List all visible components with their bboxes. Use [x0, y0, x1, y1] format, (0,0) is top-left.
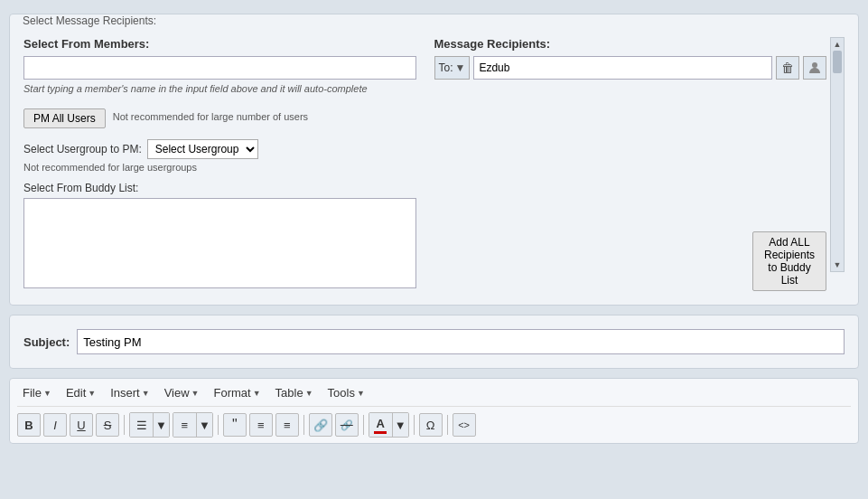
usergroup-select[interactable]: Select Usergroup	[147, 139, 258, 159]
align-center-icon: ≡	[284, 419, 291, 432]
strikethrough-button[interactable]: S	[96, 413, 119, 437]
insert-link-button[interactable]: 🔗	[309, 413, 332, 437]
to-label: To:	[439, 61, 453, 74]
link-icon: 🔗	[313, 419, 328, 432]
pm-not-recommended-text: Not recommended for large number of user…	[113, 111, 308, 122]
menu-table-arrow-icon: ▼	[305, 389, 313, 398]
align-center-button[interactable]: ≡	[275, 413, 299, 437]
recipient-input[interactable]	[473, 56, 772, 80]
separator-1	[124, 415, 125, 435]
buddy-list-label: Select From Buddy List:	[23, 182, 416, 194]
remove-link-button[interactable]: 🔗	[335, 413, 359, 437]
add-all-recipients-button[interactable]: Add ALL Recipients to Buddy List	[752, 231, 826, 291]
menu-file-label: File	[23, 386, 42, 400]
omega-icon: Ω	[426, 419, 435, 432]
menu-insert[interactable]: Insert ▼	[105, 384, 154, 401]
subject-input[interactable]	[77, 329, 845, 354]
ordered-list-group: ≡ ▼	[173, 412, 213, 438]
italic-button[interactable]: I	[43, 413, 67, 437]
special-char-button[interactable]: Ω	[419, 413, 443, 437]
menu-table-label: Table	[275, 386, 303, 400]
unordered-list-button[interactable]: ☰	[130, 413, 154, 437]
ordered-list-dropdown-button[interactable]: ▼	[197, 413, 212, 437]
unordered-list-icon: ☰	[136, 419, 147, 432]
menu-tools-arrow-icon: ▼	[357, 389, 365, 398]
panel-title: Select Message Recipients:	[19, 14, 160, 27]
color-indicator	[374, 431, 387, 434]
align-left-button[interactable]: ≡	[249, 413, 273, 437]
separator-5	[414, 415, 415, 435]
ordered-list-dropdown-arrow-icon: ▼	[199, 419, 210, 432]
menu-tools[interactable]: Tools ▼	[322, 384, 370, 401]
unordered-list-dropdown-arrow-icon: ▼	[155, 419, 167, 432]
scroll-thumb[interactable]	[833, 51, 842, 73]
strikethrough-label: S	[104, 419, 112, 432]
separator-3	[303, 415, 304, 435]
pm-all-button[interactable]: PM All Users	[23, 108, 106, 128]
italic-label: I	[53, 419, 57, 432]
from-members-label: Select From Members:	[23, 37, 416, 51]
toolbar-panel: File ▼ Edit ▼ Insert ▼ View ▼ Format ▼ T…	[9, 378, 859, 444]
blockquote-icon: "	[232, 417, 238, 433]
menu-insert-arrow-icon: ▼	[142, 389, 150, 398]
menu-edit-label: Edit	[66, 386, 86, 400]
recipients-panel: Select Message Recipients: Select From M…	[9, 14, 859, 306]
menu-edit-arrow-icon: ▼	[88, 389, 96, 398]
scroll-up-arrow-icon[interactable]: ▲	[834, 40, 842, 49]
align-left-icon: ≡	[257, 419, 265, 432]
right-column: Message Recipients: To: ▼ 🗑 ▲	[434, 37, 845, 291]
user-icon	[808, 61, 821, 74]
menu-format[interactable]: Format ▼	[209, 384, 266, 401]
menu-view-label: View	[164, 386, 190, 400]
menu-table[interactable]: Table ▼	[270, 384, 319, 401]
menu-tools-label: Tools	[328, 386, 355, 400]
menu-bar: File ▼ Edit ▼ Insert ▼ View ▼ Format ▼ T…	[17, 384, 851, 407]
separator-2	[218, 415, 219, 435]
separator-6	[447, 415, 448, 435]
left-column: Select From Members: Start typing a memb…	[23, 37, 416, 291]
menu-view-arrow-icon: ▼	[191, 389, 200, 398]
usergroup-label: Select Usergroup to PM:	[23, 143, 142, 155]
buddy-list-textarea[interactable]	[23, 198, 416, 288]
subject-row: Subject:	[23, 329, 845, 354]
unordered-list-dropdown-button[interactable]: ▼	[154, 413, 169, 437]
blockquote-button[interactable]: "	[223, 413, 247, 437]
menu-format-arrow-icon: ▼	[253, 389, 261, 398]
ordered-list-icon: ≡	[182, 419, 189, 432]
font-color-label: A	[377, 417, 385, 430]
usergroup-row: Select Usergroup to PM: Select Usergroup	[23, 139, 416, 159]
font-color-dropdown-arrow-icon: ▼	[395, 419, 406, 432]
underline-label: U	[77, 419, 85, 432]
svg-point-0	[812, 62, 817, 68]
bold-button[interactable]: B	[17, 413, 41, 437]
scrollbar[interactable]: ▲ ▼	[830, 37, 845, 272]
delete-recipient-button[interactable]: 🗑	[776, 56, 799, 80]
to-dropdown[interactable]: To: ▼	[434, 56, 471, 80]
unlink-icon: 🔗	[341, 419, 353, 431]
menu-view[interactable]: View ▼	[159, 384, 205, 401]
to-row: To: ▼ 🗑	[434, 56, 827, 80]
subject-panel: Subject:	[9, 315, 859, 369]
menu-insert-label: Insert	[110, 386, 140, 400]
to-dropdown-arrow-icon: ▼	[455, 61, 466, 74]
font-color-button[interactable]: A	[369, 413, 393, 437]
autocomplete-hint: Start typing a member's name in the inpu…	[23, 83, 416, 94]
menu-format-label: Format	[214, 386, 251, 400]
source-code-icon: <>	[458, 419, 470, 430]
user-icon-button[interactable]	[803, 56, 826, 80]
member-search-input[interactable]	[23, 56, 416, 80]
menu-edit[interactable]: Edit ▼	[61, 384, 101, 401]
bold-label: B	[24, 419, 33, 432]
subject-label: Subject:	[23, 335, 70, 349]
separator-4	[363, 415, 364, 435]
menu-file[interactable]: File ▼	[17, 384, 57, 401]
underline-button[interactable]: U	[70, 413, 93, 437]
ordered-list-button[interactable]: ≡	[173, 413, 197, 437]
menu-file-arrow-icon: ▼	[43, 389, 51, 398]
usergroup-not-recommended: Not recommended for large usergroups	[23, 162, 416, 173]
font-color-dropdown-button[interactable]: ▼	[393, 413, 408, 437]
scroll-down-arrow-icon[interactable]: ▼	[834, 260, 842, 269]
source-code-button[interactable]: <>	[453, 413, 476, 437]
unordered-list-group: ☰ ▼	[129, 412, 170, 438]
font-color-group: A ▼	[369, 412, 409, 438]
